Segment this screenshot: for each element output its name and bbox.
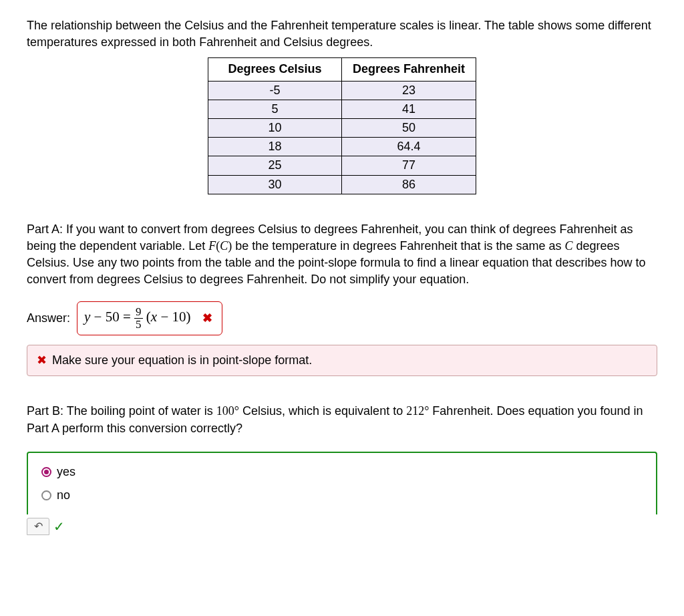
cell-celsius: 30	[208, 175, 341, 194]
cell-celsius: 18	[208, 138, 341, 156]
radio-option-no[interactable]: no	[41, 487, 643, 504]
part-b-answer-box: yes no	[27, 452, 657, 514]
intro-text: The relationship between the Celsius and…	[27, 17, 657, 51]
undo-icon: ↶	[34, 519, 43, 534]
part-a-prompt: Part A: If you want to convert from degr…	[27, 221, 657, 289]
radio-icon	[41, 490, 51, 500]
radio-label: yes	[57, 464, 75, 480]
cell-fahrenheit: 50	[341, 118, 476, 137]
cell-fahrenheit: 86	[341, 175, 476, 194]
cell-celsius: 10	[208, 118, 341, 137]
table-row: 1864.4	[208, 138, 476, 156]
cell-fahrenheit: 64.4	[341, 138, 476, 156]
answer-label: Answer:	[27, 310, 70, 327]
table-row: 3086	[208, 175, 476, 194]
cell-fahrenheit: 77	[341, 156, 476, 175]
table-row: 2577	[208, 156, 476, 175]
cell-celsius: -5	[208, 81, 341, 100]
radio-option-yes[interactable]: yes	[41, 464, 643, 480]
feedback-text: Make sure your equation is in point-slop…	[52, 352, 312, 369]
cell-fahrenheit: 41	[341, 100, 476, 118]
table-row: 1050	[208, 118, 476, 137]
undo-button[interactable]: ↶	[27, 518, 49, 535]
answer-row: Answer: y − 50 = 95 (x − 10) ✖	[27, 301, 657, 335]
col-header-celsius: Degrees Celsius	[208, 58, 341, 81]
error-icon: ✖	[37, 352, 47, 369]
radio-label: no	[57, 487, 70, 504]
col-header-fahrenheit: Degrees Fahrenheit	[341, 58, 476, 81]
table-header-row: Degrees Celsius Degrees Fahrenheit	[208, 58, 476, 81]
cell-celsius: 5	[208, 100, 341, 118]
radio-icon	[41, 467, 51, 477]
table-row: -523	[208, 81, 476, 100]
cell-fahrenheit: 23	[341, 81, 476, 100]
answer-equation: y − 50 = 95 (x − 10)	[84, 306, 190, 331]
temperature-table: Degrees Celsius Degrees Fahrenheit -523 …	[208, 57, 476, 194]
part-b-prompt: Part B: The boiling point of water is 10…	[27, 403, 657, 436]
table-row: 541	[208, 100, 476, 118]
feedback-banner: ✖ Make sure your equation is in point-sl…	[27, 345, 657, 376]
correct-check-icon: ✓	[53, 517, 65, 536]
answer-input[interactable]: y − 50 = 95 (x − 10) ✖	[77, 301, 222, 335]
incorrect-icon: ✖	[202, 310, 212, 327]
footer-bar: ↶ ✓	[27, 517, 657, 536]
cell-celsius: 25	[208, 156, 341, 175]
